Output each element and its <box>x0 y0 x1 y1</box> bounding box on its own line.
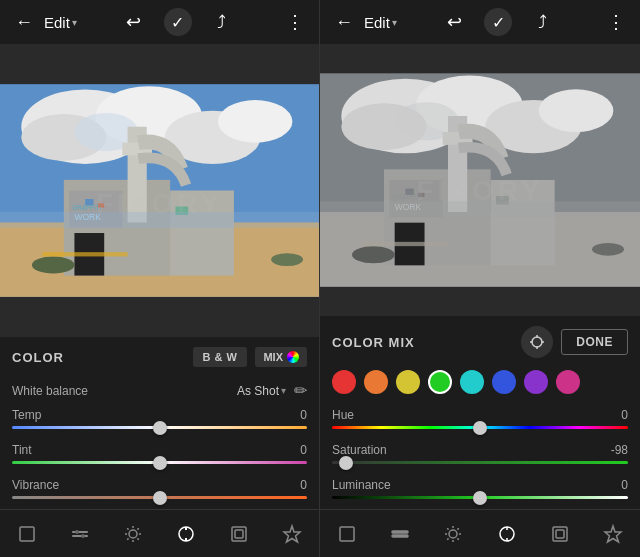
section-header-left: COLOR B & W MIX <box>0 337 319 375</box>
svg-line-35 <box>137 528 138 529</box>
edit-menu-right[interactable]: Edit ▾ <box>364 14 397 31</box>
target-button[interactable] <box>521 326 553 358</box>
image-area-left: GRAFFITI WORK FIXORY <box>0 44 319 337</box>
lum-value: 0 <box>604 478 628 492</box>
lum-slider-row: Luminance 0 <box>320 474 640 507</box>
svg-rect-40 <box>232 527 246 541</box>
controls-left: COLOR B & W MIX White balance As Shot ▾ … <box>0 337 319 509</box>
top-bar-right: ← Edit ▾ ↩ ✓ ⤴ ⋮ <box>320 0 640 44</box>
tint-label: Tint <box>12 443 32 457</box>
color-circle-green[interactable] <box>428 370 452 394</box>
more-button[interactable]: ⋮ <box>279 6 311 38</box>
hue-thumb[interactable] <box>473 421 487 435</box>
svg-line-80 <box>458 538 459 539</box>
sat-thumb[interactable] <box>339 456 353 470</box>
undo-button[interactable]: ↩ <box>118 6 150 38</box>
svg-rect-24 <box>72 531 88 533</box>
color-circle-red[interactable] <box>332 370 356 394</box>
color-tool-right[interactable] <box>489 520 525 548</box>
svg-rect-38 <box>185 527 187 530</box>
section-title-left: COLOR <box>12 350 185 365</box>
color-mix-header: COLOR MIX DONE <box>320 316 640 364</box>
hue-slider-row: Hue 0 <box>320 404 640 437</box>
light-tool[interactable] <box>115 520 151 548</box>
vibrance-thumb[interactable] <box>153 491 167 505</box>
adjust-tool[interactable] <box>62 520 98 548</box>
crop-tool-right[interactable] <box>329 520 365 548</box>
mix-button[interactable]: MIX <box>255 347 307 367</box>
svg-rect-73 <box>392 535 408 537</box>
lum-thumb[interactable] <box>473 491 487 505</box>
color-tool[interactable] <box>168 520 204 548</box>
svg-marker-42 <box>284 526 300 542</box>
edit-menu[interactable]: Edit ▾ <box>44 14 77 31</box>
svg-rect-71 <box>340 527 354 541</box>
color-mix-title: COLOR MIX <box>332 335 513 350</box>
share-button[interactable]: ⤴ <box>206 6 238 38</box>
effects-tool[interactable] <box>274 520 310 548</box>
svg-point-48 <box>539 89 614 132</box>
image-area-right: GRAFFITI WORK FIXORY <box>320 44 640 316</box>
detail-tool[interactable] <box>221 520 257 548</box>
lum-label: Luminance <box>332 478 391 492</box>
color-circles-row <box>320 364 640 404</box>
done-button[interactable]: DONE <box>561 329 628 355</box>
light-tool-right[interactable] <box>435 520 471 548</box>
vibrance-slider-row: Vibrance 0 <box>0 474 319 507</box>
sat-slider-row: Saturation -98 <box>320 439 640 472</box>
color-circle-aqua[interactable] <box>460 370 484 394</box>
svg-line-33 <box>127 528 128 529</box>
svg-point-20 <box>271 253 303 266</box>
confirm-button[interactable]: ✓ <box>164 8 192 36</box>
back-button[interactable]: ← <box>8 6 40 38</box>
svg-rect-22 <box>0 212 319 228</box>
color-circle-magenta[interactable] <box>556 370 580 394</box>
back-button-right[interactable]: ← <box>328 6 360 38</box>
lum-track[interactable] <box>332 496 628 499</box>
vibrance-track[interactable] <box>12 496 307 499</box>
svg-point-28 <box>129 530 137 538</box>
sat-track[interactable] <box>332 461 628 464</box>
svg-rect-64 <box>363 242 448 246</box>
temp-value: 0 <box>283 408 307 422</box>
svg-point-19 <box>32 256 75 273</box>
temp-thumb[interactable] <box>153 421 167 435</box>
sat-label: Saturation <box>332 443 387 457</box>
bw-button[interactable]: B & W <box>193 347 248 367</box>
svg-rect-21 <box>43 252 128 256</box>
more-button-right[interactable]: ⋮ <box>600 6 632 38</box>
adjust-tool-right[interactable] <box>382 520 418 548</box>
color-circle-purple[interactable] <box>524 370 548 394</box>
color-circle-yellow[interactable] <box>396 370 420 394</box>
temp-track[interactable] <box>12 426 307 429</box>
tint-track[interactable] <box>12 461 307 464</box>
svg-rect-65 <box>320 201 640 217</box>
tint-value: 0 <box>283 443 307 457</box>
eyedropper-icon[interactable]: ✏ <box>294 381 307 400</box>
svg-point-26 <box>75 530 79 534</box>
temp-slider-row: Temp 0 <box>0 404 319 437</box>
confirm-button-right[interactable]: ✓ <box>484 8 512 36</box>
detail-tool-right[interactable] <box>542 520 578 548</box>
sat-value: -98 <box>604 443 628 457</box>
edit-dropdown-arrow-right: ▾ <box>392 17 397 28</box>
controls-right: COLOR MIX DONE <box>320 316 640 509</box>
svg-point-74 <box>449 530 457 538</box>
hue-value: 0 <box>604 408 628 422</box>
crop-tool[interactable] <box>9 520 45 548</box>
color-circle-blue[interactable] <box>492 370 516 394</box>
hue-label: Hue <box>332 408 354 422</box>
vibrance-label: Vibrance <box>12 478 59 492</box>
share-button-right[interactable]: ⤴ <box>526 6 558 38</box>
wb-value[interactable]: As Shot ▾ <box>237 384 286 398</box>
effects-tool-right[interactable] <box>595 520 631 548</box>
color-circle-orange[interactable] <box>364 370 388 394</box>
hue-track[interactable] <box>332 426 628 429</box>
svg-line-82 <box>448 538 449 539</box>
svg-rect-41 <box>235 530 243 538</box>
tint-thumb[interactable] <box>153 456 167 470</box>
undo-button-right[interactable]: ↩ <box>438 6 470 38</box>
mix-color-circle <box>287 351 299 363</box>
svg-rect-16 <box>85 199 94 205</box>
right-panel: ← Edit ▾ ↩ ✓ ⤴ ⋮ <box>320 0 640 557</box>
